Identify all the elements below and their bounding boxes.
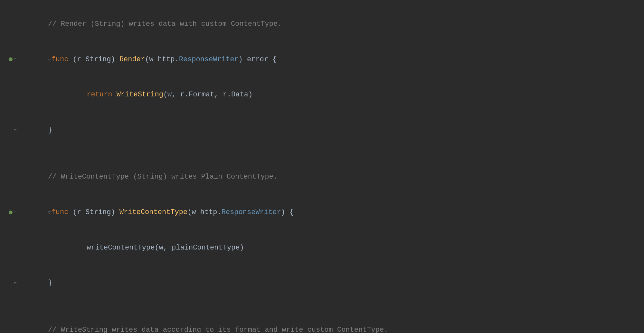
- fold-icon-render[interactable]: ▽: [48, 57, 51, 63]
- comment-line-1: // Render (String) writes data with cust…: [0, 6, 644, 42]
- code-text-wct-body: writeContentType(w, plainContentType): [58, 230, 644, 265]
- fn-render: Render: [119, 55, 145, 64]
- code-text-1: // Render (String) writes data with cust…: [19, 7, 644, 41]
- type-string-2: String: [85, 208, 111, 216]
- comment-text-3: // WriteString writes data according to …: [48, 326, 388, 333]
- gutter-render: ↑: [0, 55, 19, 64]
- fold-anchor-1: ⌐: [14, 126, 17, 134]
- render-body-line: return WriteString(w, r.Format, r.Data): [0, 77, 644, 113]
- code-text-2: // WriteContentType (String) writes Plai…: [19, 160, 644, 194]
- type-responsewriter: ResponseWriter: [179, 55, 239, 64]
- empty-line-1: [0, 148, 644, 159]
- gutter-arrow-up: ↑: [13, 55, 17, 64]
- empty-line-2: [0, 301, 644, 312]
- comment-text-2: // WriteContentType (String) writes Plai…: [48, 173, 278, 181]
- gutter-wct-close: ⌐: [0, 279, 19, 287]
- code-text-render: ▽func (r String) Render(w http.ResponseW…: [19, 43, 644, 77]
- gutter-dot-green: [9, 57, 13, 61]
- code-text-3: // WriteString writes data according to …: [19, 313, 644, 333]
- fold-anchor-2: ⌐: [14, 279, 17, 287]
- gutter-wct: ↑: [0, 208, 19, 217]
- type-string: String: [85, 55, 111, 64]
- gutter-dot-green-2: [9, 211, 13, 214]
- fold-icon-wct[interactable]: ▽: [48, 210, 51, 215]
- kw-func: func: [52, 55, 69, 64]
- kw-return-1: return: [87, 91, 116, 99]
- comment-line-3: // WriteString writes data according to …: [0, 312, 644, 333]
- code-text-render-close: }: [19, 113, 644, 147]
- wct-close-brace: ⌐ }: [0, 265, 644, 301]
- func-render-sig: ↑ ▽func (r String) Render(w http.Respons…: [0, 42, 644, 77]
- func-writecontenttype-sig: ↑ ▽func (r String) WriteContentType(w ht…: [0, 195, 644, 230]
- gutter-arrow-up-2: ↑: [13, 208, 17, 217]
- code-text-render-body: return WriteString(w, r.Format, r.Data): [58, 78, 644, 112]
- text-paren: (r: [68, 55, 85, 64]
- fn-writecontenttype-inner: writeContentType: [87, 244, 155, 252]
- kw-func-2: func: [52, 208, 69, 216]
- code-editor: // Render (String) writes data with cust…: [0, 0, 644, 333]
- render-close-brace: ⌐ }: [0, 113, 644, 148]
- fn-writestring-call: WriteString: [117, 91, 163, 99]
- fn-writecontenttype: WriteContentType: [119, 208, 187, 216]
- type-responsewriter-2: ResponseWriter: [222, 208, 281, 216]
- wct-body-line: writeContentType(w, plainContentType): [0, 230, 644, 265]
- comment-line-2: // WriteContentType (String) writes Plai…: [0, 159, 644, 195]
- comment-text-1: // Render (String) writes data with cust…: [48, 20, 282, 28]
- code-text-wct-close: }: [19, 266, 644, 300]
- code-text-wct: ▽func (r String) WriteContentType(w http…: [19, 195, 644, 230]
- gutter-render-close: ⌐: [0, 126, 19, 134]
